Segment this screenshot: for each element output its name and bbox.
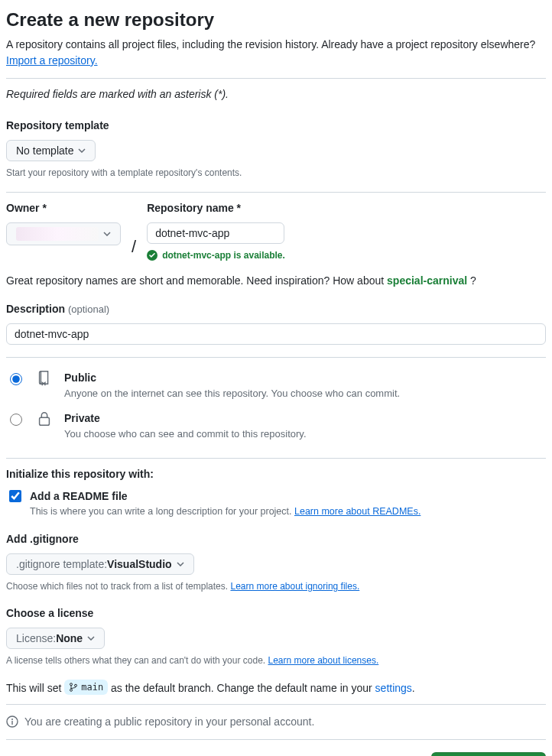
create-repository-button[interactable]: Create repository (431, 752, 546, 756)
gitignore-label: Add .gitignore (6, 531, 546, 547)
readme-learn-more-link[interactable]: Learn more about READMEs. (294, 506, 420, 517)
branch-mid: as the default branch. Change the defaul… (111, 682, 375, 694)
private-subtitle: You choose who can see and commit to thi… (64, 427, 307, 442)
branch-post: . (412, 682, 415, 694)
owner-label: Owner * (6, 200, 121, 216)
gitignore-select[interactable]: .gitignore template: VisualStudio (6, 553, 194, 575)
gitignore-value: VisualStudio (107, 558, 172, 570)
svg-rect-7 (11, 721, 12, 725)
name-suggestion: Great repository names are short and mem… (6, 273, 546, 289)
git-branch-icon (69, 683, 78, 692)
readme-subtitle: This is where you can write a long descr… (30, 505, 420, 519)
page-subtitle: A repository contains all project files,… (6, 37, 546, 69)
description-label-text: Description (6, 303, 68, 315)
info-icon (6, 715, 18, 728)
divider (6, 78, 546, 79)
branch-pre: This will set (6, 682, 64, 694)
private-title: Private (64, 410, 307, 427)
owner-avatar (16, 227, 99, 241)
description-label: Description (optional) (6, 301, 546, 317)
chevron-down-icon (78, 148, 86, 153)
chevron-down-icon (103, 232, 111, 236)
path-separator: / (132, 234, 136, 262)
license-help-text: A license tells others what they can and… (6, 655, 268, 666)
optional-marker: (optional) (68, 303, 109, 315)
template-label: Repository template (6, 118, 546, 134)
license-select[interactable]: License: None (6, 628, 105, 649)
subtitle-text: A repository contains all project files,… (6, 38, 535, 50)
divider (6, 192, 546, 193)
suggestion-pre: Great repository names are short and mem… (6, 274, 387, 287)
svg-point-4 (75, 684, 77, 686)
check-circle-icon (147, 250, 157, 261)
gitignore-prefix: .gitignore template: (16, 558, 107, 570)
chevron-down-icon (177, 562, 184, 566)
lock-icon (35, 410, 54, 427)
required-fields-note: Required fields are marked with an aster… (6, 86, 546, 102)
gitignore-help: Choose which files not to track from a l… (6, 579, 546, 593)
svg-rect-1 (40, 417, 50, 425)
divider (6, 357, 546, 358)
readme-sub-text: This is where you can write a long descr… (30, 506, 294, 517)
add-readme-checkbox[interactable] (9, 490, 21, 502)
visibility-private-radio[interactable] (10, 414, 22, 426)
owner-select[interactable] (6, 222, 121, 245)
divider (6, 739, 546, 740)
public-subtitle: Anyone on the internet can see this repo… (64, 386, 400, 401)
branch-pill: main (64, 680, 108, 695)
default-branch-note: This will set main as the default branch… (6, 680, 546, 696)
svg-point-3 (70, 689, 73, 691)
import-repo-link[interactable]: Import a repository. (6, 54, 98, 67)
svg-point-6 (11, 719, 13, 720)
template-help: Start your repository with a template re… (6, 166, 546, 180)
visibility-public-radio[interactable] (10, 373, 22, 385)
chevron-down-icon (87, 636, 95, 641)
divider (6, 458, 546, 459)
info-message: You are creating a public repository in … (6, 714, 546, 730)
repo-name-input[interactable] (147, 222, 284, 244)
license-value: None (56, 632, 83, 644)
suggested-name-link[interactable]: special-carnival (387, 274, 467, 287)
license-learn-more-link[interactable]: Learn more about licenses. (268, 655, 379, 666)
public-title: Public (64, 370, 400, 386)
license-help: A license tells others what they can and… (6, 654, 546, 667)
initialize-heading: Initialize this repository with: (6, 466, 546, 482)
suggestion-post: ? (467, 274, 476, 287)
license-prefix: License: (16, 632, 56, 644)
branch-name: main (81, 680, 103, 694)
license-label: Choose a license (6, 605, 546, 621)
description-input[interactable] (6, 323, 546, 345)
gitignore-learn-more-link[interactable]: Learn more about ignoring files. (230, 581, 359, 592)
availability-status: dotnet-mvc-app is available. (147, 248, 285, 262)
gitignore-help-text: Choose which files not to track from a l… (6, 581, 230, 592)
info-text: You are creating a public repository in … (24, 714, 314, 730)
repo-name-label: Repository name * (147, 200, 285, 216)
divider (6, 704, 546, 705)
svg-point-2 (70, 683, 73, 686)
readme-title: Add a README file (30, 488, 420, 505)
settings-link[interactable]: settings (375, 682, 412, 694)
template-select[interactable]: No template (6, 140, 96, 161)
page-title: Create a new repository (6, 6, 546, 34)
template-value: No template (16, 144, 73, 157)
availability-text: dotnet-mvc-app is available. (162, 248, 285, 262)
repo-icon (35, 370, 54, 387)
